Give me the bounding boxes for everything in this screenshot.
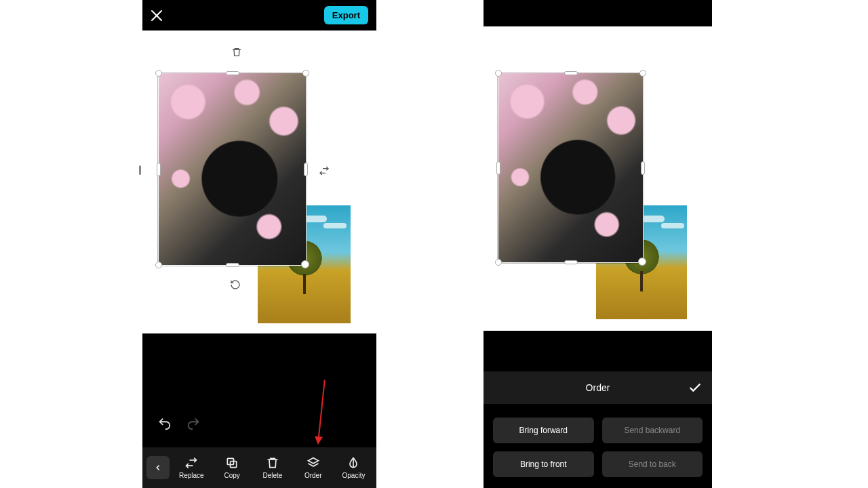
image-main-selected[interactable]	[498, 73, 644, 263]
resize-handle-bl[interactable]	[495, 259, 502, 266]
swap-icon[interactable]	[319, 165, 330, 176]
resize-handle-br[interactable]	[638, 258, 646, 266]
topbar: Export	[142, 0, 376, 30]
send-backward-button[interactable]: Send backward	[602, 418, 703, 443]
image-main-selected[interactable]	[158, 73, 307, 266]
screen-left: Export	[142, 0, 376, 488]
resize-handle-tl[interactable]	[155, 70, 162, 77]
screen-right: Order Bring forward Send backward Bring …	[484, 0, 712, 488]
resize-edge-right[interactable]	[304, 163, 308, 176]
close-icon[interactable]	[151, 9, 163, 22]
annotation-arrow	[317, 380, 326, 443]
order-panel: Order Bring forward Send backward Bring …	[484, 331, 712, 488]
confirm-icon[interactable]	[688, 380, 703, 395]
resize-edge-right[interactable]	[641, 161, 645, 175]
trash-icon	[266, 456, 279, 470]
bring-to-front-button[interactable]: Bring to front	[493, 451, 594, 477]
tool-copy[interactable]: Copy	[214, 456, 251, 479]
order-header: Order	[484, 371, 712, 404]
bring-forward-button[interactable]: Bring forward	[493, 418, 594, 443]
resize-edge-top[interactable]	[564, 71, 578, 75]
tool-opacity[interactable]: Opacity	[335, 456, 372, 479]
bottom-panel: Replace Copy Delete Order	[142, 333, 376, 488]
layers-icon	[307, 456, 320, 470]
order-title: Order	[586, 382, 610, 393]
resize-handle-bl[interactable]	[155, 262, 162, 268]
resize-edge-top[interactable]	[226, 71, 239, 75]
opacity-icon	[347, 456, 360, 470]
tool-label: Order	[304, 472, 322, 479]
resize-edge-left[interactable]	[157, 163, 161, 176]
redo-icon[interactable]	[186, 416, 201, 431]
undo-icon[interactable]	[157, 416, 172, 431]
send-to-back-button[interactable]: Send to back	[602, 451, 703, 477]
tool-replace[interactable]: Replace	[173, 456, 210, 479]
trash-icon[interactable]	[231, 47, 242, 58]
resize-edge-left[interactable]	[496, 161, 500, 175]
edit-toolbar: Replace Copy Delete Order	[142, 447, 376, 488]
tool-label: Delete	[262, 472, 282, 479]
tool-order[interactable]: Order	[294, 456, 332, 479]
tool-label: Copy	[224, 472, 239, 479]
rotate-icon[interactable]	[230, 279, 241, 290]
crop-left-handle[interactable]	[139, 165, 141, 175]
resize-edge-bottom[interactable]	[226, 263, 239, 267]
topbar	[484, 0, 712, 26]
resize-handle-br[interactable]	[301, 260, 309, 268]
resize-handle-tr[interactable]	[639, 70, 646, 77]
export-button[interactable]: Export	[324, 6, 368, 24]
canvas[interactable]	[142, 30, 376, 333]
back-button[interactable]	[146, 456, 170, 479]
resize-handle-tl[interactable]	[495, 70, 502, 77]
resize-edge-bottom[interactable]	[564, 260, 578, 264]
tool-label: Replace	[179, 472, 204, 479]
order-buttons: Bring forward Send backward Bring to fro…	[493, 418, 703, 477]
tool-delete[interactable]: Delete	[254, 456, 291, 479]
tool-label: Opacity	[342, 472, 366, 479]
history-controls	[157, 416, 201, 431]
copy-icon	[225, 456, 239, 470]
resize-handle-tr[interactable]	[302, 70, 309, 77]
replace-icon	[184, 456, 198, 470]
canvas[interactable]	[484, 26, 712, 331]
